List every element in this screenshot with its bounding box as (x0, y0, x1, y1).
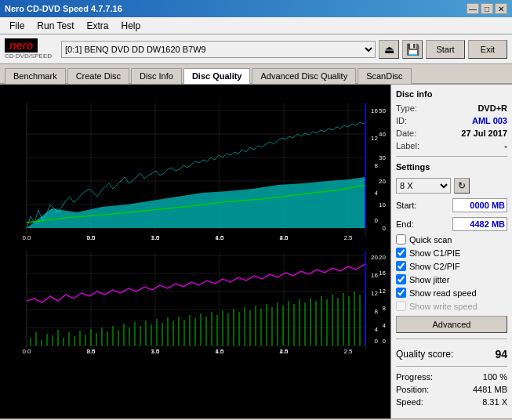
disc-id-label: ID: (396, 116, 407, 125)
menu-help[interactable]: Help (115, 19, 147, 33)
svg-text:3.5: 3.5 (151, 348, 160, 355)
tab-scandisc[interactable]: ScanDisc (358, 68, 411, 84)
divider-3 (396, 366, 507, 367)
show-read-speed-checkbox[interactable] (396, 288, 406, 298)
start-row: Start: (396, 198, 507, 212)
svg-text:16: 16 (371, 107, 378, 114)
main-content: 50 40 30 20 10 0 16 12 8 4 0 (0, 85, 512, 418)
show-c1-checkbox[interactable] (396, 248, 406, 258)
svg-text:0.0: 0.0 (22, 348, 31, 355)
show-c2-row: Show C2/PIF (396, 261, 507, 271)
settings-title: Settings (396, 162, 507, 172)
disc-info-title: Disc info (396, 89, 507, 99)
menu-bar: File Run Test Extra Help (0, 17, 512, 34)
quality-score-value: 94 (495, 348, 507, 360)
start-input[interactable] (452, 198, 507, 212)
toolbar: nero CD·DVD/SPEED [0:1] BENQ DVD DD DW16… (0, 34, 512, 64)
end-row: End: (396, 217, 507, 231)
minimize-button[interactable]: — (467, 3, 479, 14)
svg-text:0: 0 (383, 338, 387, 345)
show-read-speed-label: Show read speed (409, 288, 477, 298)
disc-date-value: 27 Jul 2017 (461, 129, 507, 138)
speed-select[interactable]: 8 X (396, 178, 451, 194)
position-label: Position: (396, 385, 429, 394)
svg-text:20: 20 (371, 254, 378, 261)
menu-file[interactable]: File (3, 19, 31, 33)
quick-scan-label: Quick scan (409, 235, 452, 244)
svg-text:8: 8 (383, 305, 387, 312)
disc-type-value: DVD+R (478, 103, 507, 113)
tab-disc-info[interactable]: Disc Info (131, 68, 182, 84)
svg-text:20: 20 (379, 178, 386, 185)
svg-text:3.0: 3.0 (86, 348, 96, 355)
svg-text:2.5: 2.5 (343, 234, 353, 241)
svg-text:0: 0 (375, 338, 379, 345)
progress-value: 100 % (483, 372, 507, 382)
tab-disc-quality[interactable]: Disc Quality (183, 68, 251, 84)
disc-id-row: ID: AML 003 (396, 116, 507, 125)
divider-1 (396, 156, 507, 157)
show-jitter-label: Show jitter (409, 275, 449, 284)
disc-date-row: Date: 27 Jul 2017 (396, 129, 507, 138)
disc-label-row: Label: - (396, 141, 507, 150)
svg-text:3.0: 3.0 (86, 234, 96, 241)
tab-benchmark[interactable]: Benchmark (5, 68, 66, 84)
disc-type-label: Type: (396, 103, 417, 113)
nero-logo-sub: CD·DVD/SPEED (5, 52, 52, 60)
show-jitter-checkbox[interactable] (396, 274, 406, 284)
show-c1-label: Show C1/PIE (409, 248, 460, 258)
quality-score-label: Quality score: (396, 349, 453, 360)
svg-text:12: 12 (371, 135, 378, 142)
menu-extra[interactable]: Extra (80, 19, 114, 33)
svg-marker-30 (27, 177, 365, 228)
svg-text:4.5: 4.5 (279, 234, 289, 241)
speed-value: 8.31 X (482, 397, 507, 407)
disc-label-label: Label: (396, 141, 419, 150)
divider-2 (396, 339, 507, 339)
svg-text:20: 20 (379, 254, 386, 261)
progress-row: Progress: 100 % (396, 372, 507, 382)
show-write-speed-row: Show write speed (396, 301, 507, 311)
tab-bar: Benchmark Create Disc Disc Info Disc Qua… (0, 64, 512, 85)
menu-run-test[interactable]: Run Test (31, 19, 80, 33)
advanced-button[interactable]: Advanced (396, 316, 507, 333)
close-button[interactable]: ✕ (495, 3, 507, 14)
window-controls: — □ ✕ (467, 3, 507, 14)
show-c2-label: Show C2/PIF (409, 262, 460, 271)
drive-select[interactable]: [0:1] BENQ DVD DD DW1620 B7W9 (61, 41, 376, 58)
maximize-button[interactable]: □ (481, 3, 493, 14)
main-chart: 50 40 30 20 10 0 16 12 8 4 0 (3, 88, 387, 415)
save-icon[interactable]: 💾 (402, 40, 423, 59)
svg-text:3.5: 3.5 (151, 234, 160, 241)
svg-text:16: 16 (379, 270, 386, 277)
exit-button[interactable]: Exit (468, 40, 507, 59)
disc-type-row: Type: DVD+R (396, 103, 507, 113)
position-row: Position: 4481 MB (396, 385, 507, 394)
show-read-speed-row: Show read speed (396, 288, 507, 298)
svg-text:2.5: 2.5 (343, 348, 353, 355)
tab-advanced-disc-quality[interactable]: Advanced Disc Quality (252, 68, 356, 84)
info-panel: Disc info Type: DVD+R ID: AML 003 Date: … (390, 85, 512, 418)
tab-create-disc[interactable]: Create Disc (67, 68, 129, 84)
speed-label: Speed: (396, 397, 423, 407)
refresh-button[interactable]: ↻ (454, 178, 470, 194)
svg-text:40: 40 (379, 131, 386, 138)
svg-text:0: 0 (383, 225, 387, 232)
show-c2-checkbox[interactable] (396, 261, 406, 271)
quick-scan-row: Quick scan (396, 234, 507, 244)
start-button[interactable]: Start (426, 40, 465, 59)
end-input[interactable] (452, 217, 507, 231)
speed-row: 8 X ↻ (396, 178, 507, 194)
disc-label-value: - (504, 141, 507, 150)
svg-text:4: 4 (375, 190, 379, 197)
title-bar: Nero CD-DVD Speed 4.7.7.16 — □ ✕ (0, 0, 512, 17)
nero-logo: nero (5, 38, 38, 52)
svg-text:0.0: 0.0 (22, 234, 31, 241)
svg-text:4.0: 4.0 (215, 234, 224, 241)
svg-text:8: 8 (375, 308, 379, 315)
end-label: End: (396, 219, 414, 229)
quick-scan-checkbox[interactable] (396, 234, 406, 244)
chart-area: 50 40 30 20 10 0 16 12 8 4 0 (0, 85, 390, 418)
eject-icon[interactable]: ⏏ (379, 40, 399, 59)
quality-score-row: Quality score: 94 (396, 348, 507, 360)
